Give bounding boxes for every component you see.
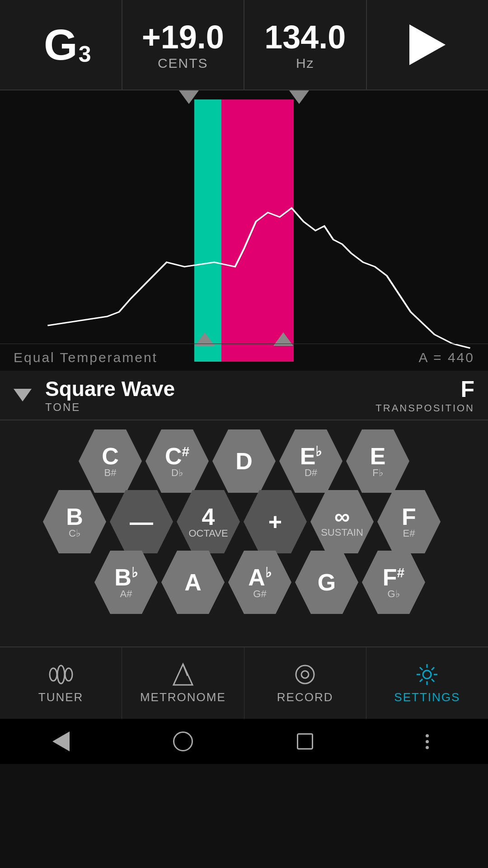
back-icon [52, 731, 70, 751]
note-display-cell: G3 [0, 0, 122, 90]
key-sustain[interactable]: ∞ SUSTAIN [310, 490, 374, 553]
transposition-label: TRANSPOSITION [375, 402, 474, 414]
svg-point-5 [296, 665, 314, 684]
key-Bflat[interactable]: B♭ A# [94, 551, 158, 614]
key-octave-4[interactable]: 4 OCTAVE [177, 490, 240, 553]
svg-point-7 [423, 670, 431, 679]
hz-label: Hz [296, 56, 314, 71]
key-plus[interactable]: + [244, 490, 307, 553]
nav-metronome-label: METRONOME [140, 690, 226, 704]
svg-point-0 [50, 668, 57, 681]
tuner-info-bar: Equal Temperament A = 440 [0, 344, 488, 371]
note-letter: G [44, 20, 78, 69]
key-G[interactable]: G [295, 551, 358, 614]
nav-tuner[interactable]: TUNER [0, 647, 122, 719]
nav-record[interactable]: RECORD [244, 647, 366, 719]
key-Eflat[interactable]: E♭ D# [279, 429, 343, 493]
nav-settings-label: SETTINGS [394, 690, 460, 704]
tone-info: Square Wave TONE [45, 377, 175, 414]
hz-value: 134.0 [264, 19, 346, 56]
hex-grid: C B# C# D♭ D E♭ D# E F♭ B [5, 429, 483, 614]
tone-dropdown-arrow[interactable] [14, 389, 32, 401]
key-minus[interactable]: — [110, 490, 173, 553]
svg-line-15 [420, 679, 422, 682]
top-bar: G3 +19.0 CENTS 134.0 Hz [0, 0, 488, 90]
nav-record-label: RECORD [277, 690, 333, 704]
nav-settings[interactable]: SETTINGS [366, 647, 488, 719]
svg-line-4 [183, 664, 188, 676]
system-nav-bar [0, 719, 488, 764]
keyboard-area: C B# C# D♭ D E♭ D# E F♭ B [0, 420, 488, 646]
metronome-icon [172, 662, 194, 687]
nav-metronome[interactable]: METRONOME [122, 647, 244, 719]
recents-button[interactable] [291, 728, 319, 755]
settings-icon [415, 662, 439, 687]
more-button[interactable] [413, 728, 441, 755]
recents-icon [297, 733, 313, 750]
key-D[interactable]: D [212, 429, 276, 493]
play-button[interactable] [409, 24, 446, 65]
hex-row-3: B♭ A# A A♭ G# G F# G♭ [94, 551, 425, 614]
svg-line-14 [432, 667, 434, 670]
key-B[interactable]: B C♭ [43, 490, 106, 553]
hz-cell: 134.0 Hz [244, 0, 367, 90]
record-icon [293, 662, 317, 687]
key-Aflat[interactable]: A♭ G# [228, 551, 291, 614]
cents-label: CENTS [158, 56, 208, 71]
svg-point-1 [57, 665, 65, 684]
nav-tuner-label: TUNER [38, 690, 84, 704]
svg-point-6 [301, 671, 309, 678]
play-cell[interactable] [367, 0, 488, 90]
key-Fsharp[interactable]: F# G♭ [362, 551, 425, 614]
key-F[interactable]: F E# [377, 490, 441, 553]
transposition-note: F [460, 376, 474, 402]
more-icon [426, 734, 429, 749]
current-note: G3 [44, 23, 78, 66]
key-E[interactable]: E F♭ [346, 429, 409, 493]
a-tuning-label: A = 440 [418, 350, 474, 365]
tuner-icon [49, 662, 73, 687]
tuner-display: Equal Temperament A = 440 [0, 90, 488, 371]
key-Csharp[interactable]: C# D♭ [145, 429, 209, 493]
hex-row-1: C B# C# D♭ D E♭ D# E F♭ [79, 429, 409, 493]
svg-marker-3 [174, 664, 192, 685]
hex-row-2: B C♭ — 4 OCTAVE + ∞ SUSTAIN F E# [43, 490, 441, 553]
note-octave: 3 [79, 43, 91, 66]
back-button[interactable] [47, 728, 75, 755]
temperament-label: Equal Temperament [14, 350, 158, 365]
cents-value: +19.0 [142, 19, 224, 56]
svg-line-12 [420, 667, 422, 670]
transposition: F TRANSPOSITION [375, 376, 474, 414]
cents-cell: +19.0 CENTS [122, 0, 245, 90]
tuner-line-svg [0, 90, 488, 371]
tone-name: Square Wave [45, 377, 175, 401]
tone-label: TONE [45, 401, 175, 414]
key-A[interactable]: A [161, 551, 225, 614]
svg-point-2 [65, 668, 72, 681]
key-C[interactable]: C B# [79, 429, 142, 493]
tone-bar: Square Wave TONE F TRANSPOSITION [0, 371, 488, 420]
bottom-nav: TUNER METRONOME RECORD [0, 646, 488, 719]
svg-line-13 [432, 679, 434, 682]
home-button[interactable] [169, 728, 197, 755]
home-icon [173, 731, 193, 751]
